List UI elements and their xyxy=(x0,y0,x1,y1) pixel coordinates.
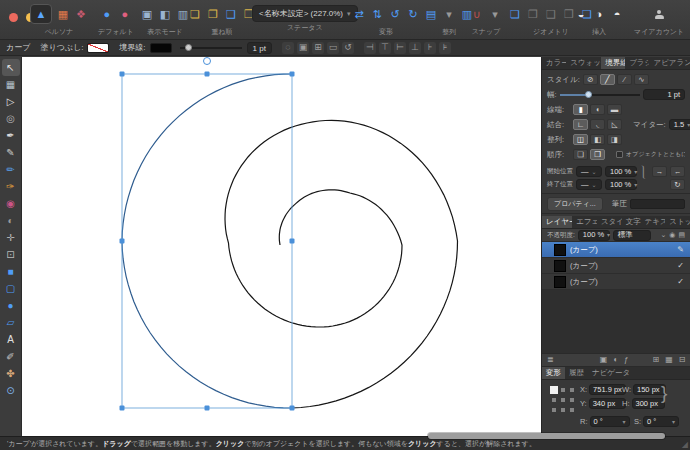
stroke-align-inside-button[interactable]: ◧ xyxy=(590,134,605,145)
cap-square-button[interactable]: ▬ xyxy=(607,104,622,115)
layers-stack-icon[interactable]: ≣ xyxy=(547,356,554,364)
rounded-rectangle-tool[interactable]: ▢ xyxy=(2,280,20,297)
stroke-swatch[interactable] xyxy=(150,43,172,53)
end-scale-field[interactable]: 100 %▾ xyxy=(605,179,637,190)
opacity-field[interactable]: 100 %▾ xyxy=(578,230,610,241)
transform-separately-icon[interactable]: ⊞ xyxy=(312,42,324,54)
tab-エフェ[interactable]: エフェ xyxy=(572,216,597,228)
align-center-icon[interactable]: ⊤ xyxy=(379,42,391,54)
insert-after-icon[interactable]: ◓ xyxy=(610,6,624,22)
slider-thumb[interactable] xyxy=(185,44,192,51)
start-arrowhead-dropdown[interactable]: —⌄ xyxy=(576,166,602,177)
align-left-icon[interactable]: ⊣ xyxy=(364,42,376,54)
delete-layer-icon[interactable]: ⊟ xyxy=(679,356,686,364)
close-window-button[interactable] xyxy=(9,13,18,22)
layer-thumbnail[interactable] xyxy=(554,276,566,288)
alignment-icon[interactable]: ▤ xyxy=(424,6,438,22)
stroke-front-button[interactable]: ❐ xyxy=(590,149,605,160)
start-scale-field[interactable]: 100 %▾ xyxy=(605,166,637,177)
boolean-subtract-icon[interactable]: ❐ xyxy=(526,6,540,22)
fill-tool[interactable]: ◉ xyxy=(2,195,20,212)
pixel-view-icon[interactable]: ◧ xyxy=(158,6,172,22)
tab-カラー[interactable]: カラー xyxy=(542,57,566,69)
stroke-behind-button[interactable]: ❏ xyxy=(573,149,588,160)
selection-handle[interactable] xyxy=(205,72,210,77)
stroke-dash-button[interactable]: ⁄ xyxy=(617,74,632,85)
resize-grip-icon[interactable]: ◢ xyxy=(682,440,688,449)
rotation-center-icon[interactable]: ◌ xyxy=(282,42,294,54)
stroke-none-button[interactable]: ⊘ xyxy=(583,74,598,85)
alignment-dropdown-icon[interactable]: ▾ xyxy=(442,6,456,22)
tab-テキス[interactable]: テキス xyxy=(641,216,666,228)
selection-bounding-box[interactable] xyxy=(122,74,292,408)
layer-row[interactable]: (カーブ)✎ xyxy=(542,242,690,258)
tab-レイヤー[interactable]: レイヤー xyxy=(542,216,572,228)
shear-field[interactable]: 0 °▾ xyxy=(643,416,679,427)
move-tool[interactable]: ↖ xyxy=(2,59,20,76)
layer-thumbnail[interactable] xyxy=(554,260,566,272)
stroke-solid-button[interactable]: ╱ xyxy=(600,74,615,85)
x-field[interactable]: 751.9 px xyxy=(589,384,626,395)
flip-horizontal-icon[interactable]: ⇄ xyxy=(352,6,366,22)
zoom-tool[interactable]: ⊙ xyxy=(2,382,20,399)
mask-layer-icon[interactable]: ▣ xyxy=(600,356,608,364)
pencil-tool[interactable]: ✏ xyxy=(2,161,20,178)
layer-visibility-checkbox[interactable]: ✓ xyxy=(677,277,684,286)
cap-round-button[interactable]: ◖ xyxy=(590,104,605,115)
color-picker-tool[interactable]: ✐ xyxy=(2,348,20,365)
stroke-width-panel-slider[interactable] xyxy=(560,90,640,99)
spiral-curve-black[interactable] xyxy=(225,120,458,408)
document-canvas[interactable] xyxy=(22,57,541,436)
rectangle-tool[interactable]: ■ xyxy=(2,263,20,280)
cycle-selection-box-icon[interactable]: ↺ xyxy=(342,42,354,54)
my-account-icon[interactable] xyxy=(652,6,666,22)
spiral-curve-selected[interactable] xyxy=(122,74,292,408)
pixel-persona-icon[interactable]: ▦ xyxy=(56,6,70,22)
stroke-align-center-button[interactable]: ◫ xyxy=(573,134,588,145)
move-forward-icon[interactable]: ❐ xyxy=(206,6,220,22)
shape-tool[interactable]: ▱ xyxy=(2,314,20,331)
layers-empty-area[interactable] xyxy=(542,290,690,353)
flip-vertical-icon[interactable]: ⇅ xyxy=(370,6,384,22)
layer-visibility-checkbox[interactable]: ✓ xyxy=(677,261,684,270)
end-arrowhead-dropdown[interactable]: —⌄ xyxy=(576,179,602,190)
snapping-magnet-icon[interactable]: ∪ xyxy=(470,6,484,22)
designer-persona-icon[interactable]: ▲ xyxy=(30,4,52,24)
tab-境界線[interactable]: 境界線 xyxy=(601,57,625,69)
rotation-field[interactable]: 0 °▾ xyxy=(590,416,630,427)
group-layers-icon[interactable]: ▦ xyxy=(665,356,673,364)
boolean-intersect-icon[interactable]: ❑ xyxy=(544,6,558,22)
stroke-brush-button[interactable]: ∿ xyxy=(634,74,649,85)
blend-mode-dropdown[interactable]: 標準 xyxy=(613,230,651,241)
layer-name[interactable]: (カーブ) xyxy=(570,245,673,255)
selection-box-icon[interactable]: ▣ xyxy=(297,42,309,54)
pen-tool[interactable]: ✒ xyxy=(2,127,20,144)
selection-handle[interactable] xyxy=(290,239,295,244)
layer-thumbnail[interactable] xyxy=(554,244,566,256)
selection-handle[interactable] xyxy=(120,406,125,411)
view-tool[interactable]: ✤ xyxy=(2,365,20,382)
rotate-cw-icon[interactable]: ↻ xyxy=(406,6,420,22)
layer-row[interactable]: (カーブ)✓ xyxy=(542,258,690,274)
align-right-icon[interactable]: ⊢ xyxy=(394,42,406,54)
adjustment-layer-icon[interactable]: ◐ xyxy=(613,356,618,364)
stroke-align-outside-button[interactable]: ◨ xyxy=(607,134,622,145)
tab-ブラシ[interactable]: ブラシ xyxy=(625,57,649,69)
selection-handle[interactable] xyxy=(120,72,125,77)
vector-view-icon[interactable]: ▣ xyxy=(140,6,154,22)
blend-options-icon[interactable]: ⌄ xyxy=(660,231,666,239)
vector-crop-tool[interactable]: ⊡ xyxy=(2,246,20,263)
mirror-arrowheads-button[interactable]: ← xyxy=(670,166,685,177)
tab-アピアランス[interactable]: アピアランス xyxy=(649,57,690,69)
anchor-point-selector[interactable] xyxy=(549,385,576,415)
layer-effects-icon[interactable]: ƒ xyxy=(624,356,628,364)
slider-thumb[interactable] xyxy=(585,91,592,98)
contour-tool[interactable]: ◎ xyxy=(2,110,20,127)
tab-履歴[interactable]: 履歴 xyxy=(565,367,588,379)
layer-name[interactable]: (カーブ) xyxy=(570,261,673,271)
document-title-dropdown[interactable]: <名称未設定> (227.0%)▾ xyxy=(252,5,358,22)
edit-pencil-icon[interactable]: ✎ xyxy=(677,245,684,254)
rotate-ccw-icon[interactable]: ↺ xyxy=(388,6,402,22)
fill-swatch[interactable] xyxy=(87,43,109,53)
scale-with-object-checkbox[interactable] xyxy=(616,151,623,158)
